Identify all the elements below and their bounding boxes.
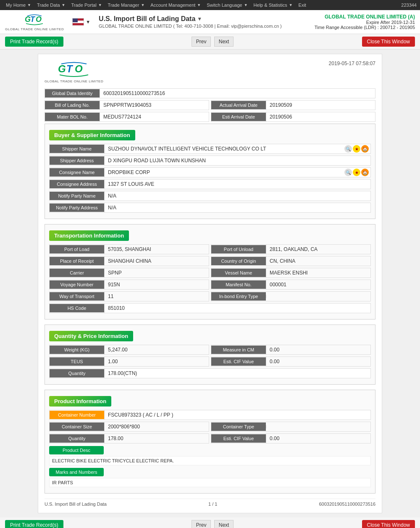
print-button-top[interactable]: Print Trade Record(s): [5, 37, 63, 47]
document-header: G T O GLOBAL TRADE ONLINE LIMITED 2019-0…: [45, 61, 375, 83]
expire-date: Expire After 2019-12-31: [315, 20, 415, 25]
weight-measure-row: Weight (KG) 5,247.00 Measure in CM 0.00: [49, 345, 371, 355]
doc-footer-left: U.S. Import Bill of Lading Data: [45, 502, 107, 507]
container-number-value: FSCU8973323 ( AC / L / PP ): [104, 410, 370, 420]
consignee-star-icon[interactable]: ★: [353, 169, 360, 176]
port-row: Port of Load 57035, SHANGHAI Port of Unl…: [49, 244, 371, 254]
global-data-identity-value: 6003201905110000273516: [100, 89, 375, 98]
global-data-identity-label: Global Data Identity: [45, 89, 100, 98]
actual-arrival-col: Actual Arrival Date 20190509: [211, 100, 375, 110]
product-qty-cif-row: Quantity 178.00 Esti. CIF Value 0.00: [49, 433, 371, 444]
svg-text:G: G: [58, 63, 66, 74]
nav-exit[interactable]: Exit: [296, 2, 309, 8]
carrier-label: Carrier: [50, 269, 104, 277]
logo-subtitle: GLOBAL TRADE ONLINE LIMITED: [5, 27, 64, 31]
prev-button-bottom[interactable]: Prev: [192, 520, 211, 528]
quantity-label: Quantity: [50, 369, 104, 378]
port-unload-col: Port of Unload 2811, OAKLAND, CA: [211, 244, 371, 254]
page-title: U.S. Import Bill of Lading Data ▼: [99, 15, 310, 23]
main-document: G T O GLOBAL TRADE ONLINE LIMITED 2019-0…: [38, 54, 382, 513]
close-button-top[interactable]: Close This Window: [362, 37, 415, 47]
manifest-value: 000001: [266, 280, 370, 289]
account-info: GLOBAL TRADE ONLINE LIMITED (A) Expire A…: [315, 14, 415, 30]
marks-numbers-label: Marks and Numbers: [49, 468, 104, 476]
quantity-price-section: Quantity & Price Information Weight (KG)…: [45, 325, 375, 385]
consignee-home-icon[interactable]: 🏠: [361, 169, 369, 176]
prev-button-top[interactable]: Prev: [192, 37, 211, 47]
transportation-section: Transportation Information Port of Load …: [45, 224, 375, 319]
shipper-search-icon[interactable]: 🔍: [344, 145, 352, 153]
nav-buttons-bottom: Prev Next: [191, 520, 235, 528]
nav-switch-language[interactable]: Switch Language ▼: [204, 2, 250, 8]
carrier-col: Carrier SPNP: [49, 268, 209, 278]
svg-text:G: G: [25, 15, 31, 24]
country-origin-value: CN, CHINA: [266, 256, 370, 266]
place-receipt-label: Place of Receipt: [50, 257, 104, 265]
master-bol-value: MEDUS7724124: [100, 112, 209, 121]
print-button-bottom[interactable]: Print Trade Record(s): [5, 520, 63, 528]
voyage-col: Voyage Number 915N: [49, 280, 209, 290]
page-header: G T O GLOBAL TRADE ONLINE LIMITED ▼ U.S.…: [0, 10, 420, 34]
product-title: Product Information: [49, 396, 111, 407]
shipper-name-row: Shipper Name SUZHOU DYNAVOLT INTELLIGENT…: [49, 144, 371, 154]
hs-code-label: HS Code: [50, 304, 104, 312]
transport-inbond-row: Way of Transport 11 In-bond Entry Type: [49, 291, 371, 301]
actual-arrival-label: Actual Arrival Date: [211, 101, 266, 109]
transportation-title: Transportation Information: [49, 230, 129, 241]
vessel-value: MAERSK ENSHI: [266, 268, 370, 277]
notify-party-name-label: Notify Party Name: [50, 192, 104, 200]
container-type-value: [266, 425, 370, 428]
nav-my-home[interactable]: My Home ▼: [3, 2, 34, 8]
shipper-star-icon[interactable]: ★: [353, 145, 360, 153]
doc-footer-center: 1 / 1: [208, 502, 217, 507]
company-name[interactable]: GLOBAL TRADE ONLINE LIMITED (A): [315, 14, 415, 20]
nav-trade-portal[interactable]: Trade Portal ▼: [69, 2, 105, 8]
carrier-value: SPNP: [104, 268, 209, 277]
teus-value: 1.00: [104, 357, 209, 366]
global-data-identity-row: Global Data Identity 6003201905110000273…: [45, 88, 375, 98]
nav-trade-manager[interactable]: Trade Manager ▼: [105, 2, 147, 8]
esti-arrival-col: Esti Arrival Date 20190506: [211, 112, 375, 122]
nav-items: My Home ▼ Trade Data ▼ Trade Portal ▼ Tr…: [3, 2, 309, 8]
consignee-search-icon[interactable]: 🔍: [344, 169, 352, 176]
flag-selector[interactable]: ▼: [72, 18, 90, 26]
quantity-price-title: Quantity & Price Information: [49, 331, 133, 341]
next-button-top[interactable]: Next: [214, 37, 234, 47]
receipt-origin-row: Place of Receipt SHANGHAI CHINA Country …: [49, 256, 371, 266]
actual-arrival-value: 20190509: [266, 100, 375, 110]
product-desc-value: ELECTRIC BIKE ELECTRIC TRICYCLE ELECTRIC…: [49, 456, 371, 465]
port-load-col: Port of Load 57035, SHANGHAI: [49, 244, 209, 254]
container-type-col: Container Type: [211, 422, 371, 432]
shipper-name-value: SUZHOU DYNAVOLT INTELLIGENT VEHICLE TECH…: [104, 144, 343, 153]
hs-code-value: 851010: [104, 304, 370, 313]
place-receipt-col: Place of Receipt SHANGHAI CHINA: [49, 256, 209, 266]
next-button-bottom[interactable]: Next: [214, 520, 234, 528]
consignee-name-row: Consignee Name DROPBIKE CORP 🔍 ★ 🏠: [49, 167, 371, 177]
nav-account-management[interactable]: Account Management ▼: [148, 2, 203, 8]
inbond-col: In-bond Entry Type: [211, 291, 371, 301]
action-bar-bottom: Print Trade Record(s) Prev Next Close Th…: [0, 517, 420, 528]
vessel-label: Vessel Name: [211, 269, 266, 277]
teus-col: TEUS 1.00: [49, 356, 209, 367]
quantity-row: Quantity 178.00(CTN): [49, 368, 371, 378]
consignee-icons: 🔍 ★ 🏠: [343, 168, 370, 177]
title-dropdown-icon[interactable]: ▼: [197, 16, 202, 22]
consignee-address-label: Consignee Address: [50, 180, 104, 188]
notify-party-address-row: Notify Party Address N/A: [49, 203, 371, 213]
product-desc-label: Product Desc: [49, 446, 104, 454]
voyage-value: 915N: [104, 280, 209, 289]
container-number-label: Container Number: [50, 411, 104, 419]
nav-trade-data[interactable]: Trade Data ▼: [34, 2, 68, 8]
close-button-bottom[interactable]: Close This Window: [362, 520, 415, 528]
measure-value: 0.00: [266, 345, 370, 354]
svg-text:T: T: [30, 15, 36, 24]
shipper-home-icon[interactable]: 🏠: [361, 145, 369, 153]
inbond-label: In-bond Entry Type: [211, 292, 266, 301]
port-unload-value: 2811, OAKLAND, CA: [266, 245, 370, 254]
teus-label: TEUS: [50, 357, 104, 366]
nav-buttons-top: Prev Next: [191, 37, 235, 47]
nav-help-statistics[interactable]: Help & Statistics ▼: [251, 2, 295, 8]
bol-arrival-row: Bill of Lading No. SPNPPRTW1904053 Actua…: [45, 100, 375, 110]
svg-text:O: O: [75, 63, 83, 74]
product-qty-value: 178.00: [104, 434, 209, 443]
